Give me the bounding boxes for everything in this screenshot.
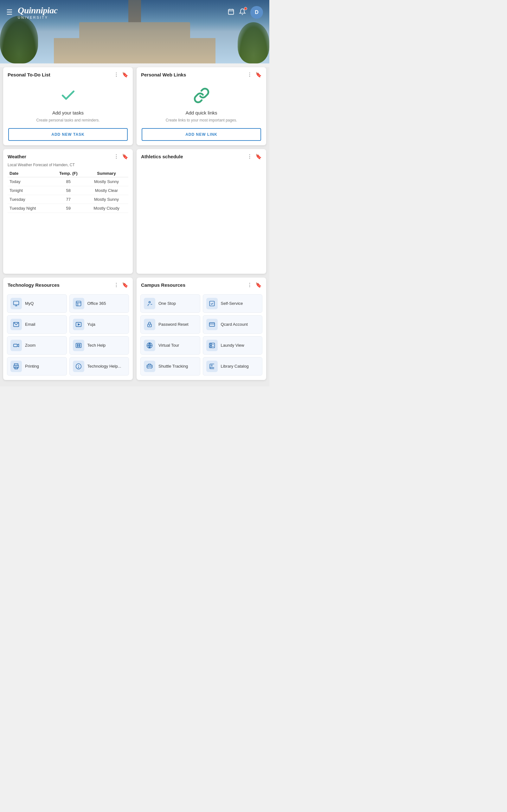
campus-resource-label: Shuttle Tracking xyxy=(158,364,188,369)
tech-more-icon[interactable]: ⋮ xyxy=(114,282,119,288)
row-1: Pesonal To-Do List ⋮ 🔖 Add your tasks Cr… xyxy=(3,67,266,145)
weblinks-bookmark-icon[interactable]: 🔖 xyxy=(256,72,262,78)
athletics-body[interactable] xyxy=(136,163,266,274)
tech-resources-card: Technology Resources ⋮ 🔖 MyQ Office 365 … xyxy=(3,277,133,380)
tech-resource-icon xyxy=(73,298,84,309)
weather-more-icon[interactable]: ⋮ xyxy=(114,154,119,159)
weather-temp: 77 xyxy=(52,195,84,204)
campus-resource-item[interactable]: Laundy View xyxy=(203,336,263,355)
svg-rect-15 xyxy=(77,345,78,347)
weather-summary: Mostly Sunny xyxy=(84,195,128,204)
campus-resource-item[interactable]: Qcard Account xyxy=(203,315,263,334)
weather-card-header: Weather ⋮ 🔖 xyxy=(3,149,133,163)
weather-temp: 59 xyxy=(52,204,84,213)
weather-card-actions: ⋮ 🔖 xyxy=(114,154,128,159)
campus-resource-label: Laundy View xyxy=(221,343,244,348)
tech-resource-item[interactable]: Printing xyxy=(7,357,67,375)
tech-resource-icon xyxy=(73,340,84,351)
todo-more-icon[interactable]: ⋮ xyxy=(114,72,119,78)
header-right: D xyxy=(228,6,263,19)
hamburger-menu-icon[interactable]: ☰ xyxy=(6,9,13,16)
todo-card-actions: ⋮ 🔖 xyxy=(114,72,128,78)
weather-summary: Mostly Clear xyxy=(84,186,128,195)
svg-rect-4 xyxy=(14,301,19,305)
campus-resource-label: Virtual Tour xyxy=(158,343,179,348)
notification-badge xyxy=(244,7,247,10)
weather-body: Local Weather Forecast of Hamden, CT Dat… xyxy=(3,163,133,216)
tech-resource-item[interactable]: Yuja xyxy=(69,315,129,334)
tech-bookmark-icon[interactable]: 🔖 xyxy=(122,282,128,288)
todo-bookmark-icon[interactable]: 🔖 xyxy=(122,72,128,78)
weblinks-card-title: Personal Web Links xyxy=(141,72,186,78)
weather-row: Tuesday 77 Mostly Sunny xyxy=(8,195,128,204)
tech-resource-label: Tech Help xyxy=(88,343,106,348)
svg-rect-7 xyxy=(76,301,81,306)
weather-location: Local Weather Forecast of Hamden, CT xyxy=(8,163,128,167)
weblinks-empty-state: Add quick links Create links to your mos… xyxy=(136,81,266,145)
svg-point-32 xyxy=(210,344,212,345)
tech-resource-item[interactable]: Zoom xyxy=(7,336,67,355)
campus-resource-icon xyxy=(206,340,218,351)
campus-resource-label: Password Reset xyxy=(158,322,188,327)
campus-resource-item[interactable]: Library Catalog xyxy=(203,357,263,375)
tech-resource-label: Zoom xyxy=(25,343,36,348)
svg-point-27 xyxy=(149,325,150,326)
campus-resource-item[interactable]: Shuttle Tracking xyxy=(140,357,200,375)
todo-empty-state: Add your tasks Create personal tasks and… xyxy=(3,81,133,145)
campus-resources-title: Campus Resources xyxy=(141,282,185,288)
campus-resource-label: Self-Service xyxy=(221,301,243,306)
tech-resource-label: Email xyxy=(25,322,36,327)
weblinks-card-actions: ⋮ 🔖 xyxy=(247,72,262,78)
campus-resource-item[interactable]: Self-Service xyxy=(203,294,263,313)
campus-resource-icon xyxy=(206,319,218,330)
row-2: Weather ⋮ 🔖 Local Weather Forecast of Ha… xyxy=(3,149,266,274)
weather-date: Tuesday xyxy=(8,195,52,204)
row-3: Technology Resources ⋮ 🔖 MyQ Office 365 … xyxy=(3,277,266,380)
campus-resource-icon xyxy=(206,361,218,372)
campus-resource-label: One Stop xyxy=(158,301,176,306)
campus-resources-actions: ⋮ 🔖 xyxy=(247,282,262,288)
campus-more-icon[interactable]: ⋮ xyxy=(247,282,252,288)
tech-resources-title: Technology Resources xyxy=(8,282,60,288)
add-task-button[interactable]: ADD NEW TASK xyxy=(8,128,128,141)
campus-resource-item[interactable]: Password Reset xyxy=(140,315,200,334)
weather-scroll[interactable]: Local Weather Forecast of Hamden, CT Dat… xyxy=(3,163,133,216)
logo: Quinnipiac UNIVERSITY xyxy=(18,6,58,19)
svg-point-22 xyxy=(78,367,79,368)
tech-resource-label: Yuja xyxy=(88,322,95,327)
athletics-card-header: Athletics schedule ⋮ 🔖 xyxy=(136,149,266,163)
campus-bookmark-icon[interactable]: 🔖 xyxy=(256,282,262,288)
todo-empty-title: Add your tasks xyxy=(52,110,83,115)
campus-resource-item[interactable]: Virtual Tour xyxy=(140,336,200,355)
tech-resource-item[interactable]: Office 365 xyxy=(69,294,129,313)
tech-resource-item[interactable]: Email xyxy=(7,315,67,334)
weblinks-card-header: Personal Web Links ⋮ 🔖 xyxy=(136,67,266,81)
weblinks-more-icon[interactable]: ⋮ xyxy=(247,72,252,78)
weather-temp: 85 xyxy=(52,177,84,186)
add-link-button[interactable]: ADD NEW LINK xyxy=(142,128,261,141)
campus-resource-icon xyxy=(144,319,155,330)
athletics-bookmark-icon[interactable]: 🔖 xyxy=(256,154,262,159)
tech-resource-item[interactable]: Tech Help xyxy=(69,336,129,355)
tech-resource-icon xyxy=(10,361,22,372)
weather-date: Tuesday Night xyxy=(8,204,52,213)
notification-bell-icon[interactable] xyxy=(239,8,246,17)
avatar[interactable]: D xyxy=(250,6,263,19)
calendar-icon[interactable] xyxy=(228,8,234,17)
tech-resource-label: Printing xyxy=(25,364,39,369)
todo-check-icon xyxy=(60,87,76,107)
svg-rect-14 xyxy=(76,343,81,347)
campus-resources-card: Campus Resources ⋮ 🔖 One Stop Self-Servi… xyxy=(136,277,266,380)
campus-resources-header: Campus Resources ⋮ 🔖 xyxy=(136,277,266,291)
weather-bookmark-icon[interactable]: 🔖 xyxy=(122,154,128,159)
weather-col-temp: Temp. (F) xyxy=(52,170,84,177)
campus-resource-item[interactable]: One Stop xyxy=(140,294,200,313)
athletics-card: Athletics schedule ⋮ 🔖 xyxy=(136,149,266,274)
weather-card: Weather ⋮ 🔖 Local Weather Forecast of Ha… xyxy=(3,149,133,274)
tech-resource-item[interactable]: Technology Help... xyxy=(69,357,129,375)
campus-resource-icon xyxy=(144,298,155,309)
tech-resource-icon xyxy=(10,340,22,351)
athletics-more-icon[interactable]: ⋮ xyxy=(247,154,252,159)
weather-date: Tonight xyxy=(8,186,52,195)
tech-resource-item[interactable]: MyQ xyxy=(7,294,67,313)
